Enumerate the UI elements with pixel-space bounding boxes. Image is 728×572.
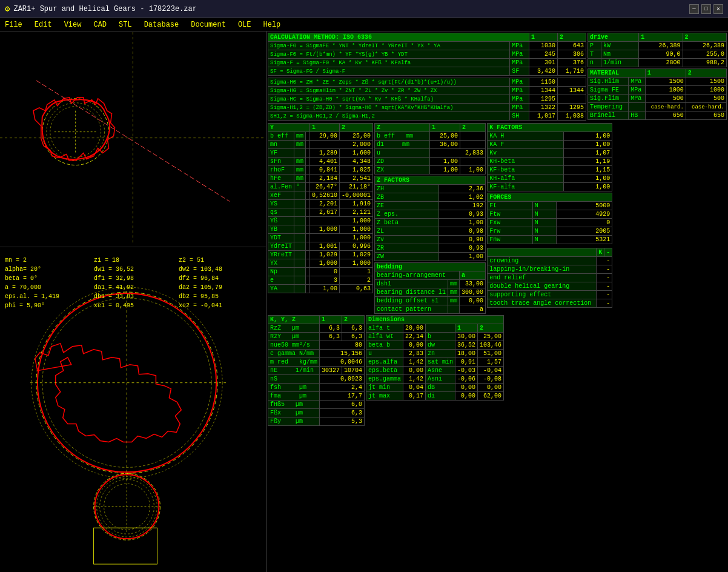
calc-method-header: CALCULATION METHOD: ISO 6336	[268, 33, 529, 42]
close-button[interactable]: ✕	[713, 4, 723, 14]
kyz-table: K, Y, Z 1 2 RzZ µm6,36,3 RzY µm6,36,3 nu…	[268, 315, 365, 426]
title-bar: ⚙ ZAR1+ Spur and Helical Gears - 178223e…	[0, 0, 728, 18]
y-table-section: Y 1 2 b effmm29,0025,00 mnmm2,000 YF1,28…	[268, 123, 373, 314]
minimize-button[interactable]: ─	[689, 4, 699, 14]
param-beta: beta = 0°	[5, 274, 59, 283]
param-z1: z1 = 18	[94, 256, 134, 265]
dimensions-table: Dimensions alfa t 20,00 1 2 alfa wt 22,1…	[366, 315, 504, 401]
param-z2: z2 = 51	[179, 256, 222, 265]
calc-row-3-formula: Sigma-F = Sigma-F0 * KA * Kv * KFß * KFa…	[268, 59, 510, 67]
calc-row-8-formula: Sigma-H1,2 = (ZB,ZD) * Sigma-H0 * sqrt(K…	[268, 104, 510, 112]
param-da2: da2 = 105,79	[179, 283, 222, 292]
param-df1: df1 = 32,98	[94, 274, 134, 283]
param-da1: da1 = 41,92	[94, 283, 134, 292]
bedding-table: bedding bearing-arrangementa dsh1mm33,00…	[374, 262, 486, 314]
middle-row: Y 1 2 b effmm29,0025,00 mnmm2,000 YF1,28…	[266, 122, 728, 314]
k-corrections-section: K- crowning- lapping-in/breaking-in- end…	[487, 248, 612, 308]
material-table: MATERIAL 1 2 Sig.Hlim MPa 1500 1500 Sigm…	[587, 68, 727, 120]
calc-row-1-formula: Sigma-FG = SigmaFE * YNT * YdreIT * YRre…	[268, 42, 510, 50]
calc-row-5-formula: Sigma-H0 = ZH * ZE * Zeps * Zß * sqrt(Ft…	[268, 78, 510, 87]
param-a: a = 70,000	[5, 283, 59, 292]
param-dw2: dw2 = 103,48	[179, 265, 222, 274]
param-eps-al: eps.al. = 1,419	[5, 292, 59, 301]
cad-drawing-panel: mn = 2 alpha= 20° beta = 0° a = 70,000 e…	[0, 32, 266, 572]
kf-section: K FACTORS KA H1,00 KA F1,00 Kv1,07 KH-be…	[487, 123, 612, 314]
param-xe1: xe1 = 0,495	[94, 301, 134, 310]
param-phi: phi = 5,90°	[5, 301, 59, 310]
top-row: CALCULATION METHOD: ISO 6336 1 2 Sigma-F…	[266, 32, 728, 122]
main-content: mn = 2 alpha= 20° beta = 0° a = 70,000 e…	[0, 32, 728, 572]
calc-row-7-formula: Sigma-HC = Sigma-H0 * sqrt(KA * Kv * KHß…	[268, 95, 510, 104]
kyz-section: K, Y, Z 1 2 RzZ µm6,36,3 RzY µm6,36,3 nu…	[268, 315, 365, 426]
menu-bar: File Edit View CAD STL Database Document…	[0, 18, 728, 32]
z-table: Z 1 2 b eff mm25,00 d1 mm36,00 u2,833 ZD…	[374, 123, 486, 175]
menu-help[interactable]: Help	[260, 19, 283, 30]
calc-row-9-formula: SH1,2 = Sigma-HG1,2 / Sigma-H1,2	[268, 112, 510, 121]
menu-edit[interactable]: Edit	[32, 19, 55, 30]
app-icon: ⚙	[5, 4, 10, 14]
kfactors-table: K FACTORS KA H1,00 KA F1,00 Kv1,07 KH-be…	[487, 123, 612, 191]
drive-material-section: drive 1 2 P kW 26,389 26,389 T Nm 90,0	[587, 33, 727, 121]
menu-stl[interactable]: STL	[116, 19, 134, 30]
menu-database[interactable]: Database	[142, 19, 182, 30]
bottom-row: K, Y, Z 1 2 RzZ µm6,36,3 RzY µm6,36,3 nu…	[266, 314, 728, 427]
menu-view[interactable]: View	[62, 19, 84, 30]
dimensions-section: Dimensions alfa t 20,00 1 2 alfa wt 22,1…	[366, 315, 504, 426]
maximize-button[interactable]: □	[701, 4, 711, 14]
calc-row-2-formula: Sigma-F0 = Ft/(b*mn) * YF *YS(g)* YB * Y…	[268, 50, 510, 59]
calculation-table: CALCULATION METHOD: ISO 6336 1 2 Sigma-F…	[268, 33, 586, 121]
gear-params-right: z2 = 51 dw2 = 103,48 df2 = 96,84 da2 = 1…	[179, 256, 222, 310]
drive-table: drive 1 2 P kW 26,389 26,389 T Nm 90,0	[587, 33, 727, 67]
forces-table: FORCES FtN5000 FtwN4929 FxwN0 FrwN2005 F…	[487, 193, 612, 244]
data-panel: CALCULATION METHOD: ISO 6336 1 2 Sigma-F…	[266, 32, 728, 572]
param-mn: mn = 2	[5, 256, 59, 265]
gear-params-mid: z1 = 18 dw1 = 36,52 df1 = 32,98 da1 = 41…	[94, 256, 134, 310]
menu-document[interactable]: Document	[188, 19, 228, 30]
param-db1: db1 = 33,83	[94, 292, 134, 301]
k-corrections-table: K- crowning- lapping-in/breaking-in- end…	[487, 248, 612, 308]
calc-row-4-formula: SF = Sigma-FG / Sigma-F	[268, 67, 510, 76]
zfactors-table: Z FACTORS ZH2,36 ZB1,02 ZE192 Z eps.0,93…	[374, 176, 486, 261]
param-df2: df2 = 96,84	[179, 274, 222, 283]
param-xe2: xe2 = -0,041	[179, 301, 222, 310]
menu-cad[interactable]: CAD	[91, 19, 109, 30]
menu-file[interactable]: File	[2, 19, 25, 30]
window-title: ZAR1+ Spur and Helical Gears - 178223e.z…	[13, 5, 196, 13]
gear-params: mn = 2 alpha= 20° beta = 0° a = 70,000 e…	[5, 256, 59, 310]
param-dw1: dw1 = 36,52	[94, 265, 134, 274]
menu-ole[interactable]: OLE	[236, 19, 254, 30]
param-db2: db2 = 95,85	[179, 292, 222, 301]
y-table: Y 1 2 b effmm29,0025,00 mnmm2,000 YF1,28…	[268, 123, 373, 293]
calc-row-6-formula: Sigma-HG = SigmaHlim * ZNT * ZL * Zv * Z…	[268, 87, 510, 95]
z-section: Z 1 2 b eff mm25,00 d1 mm36,00 u2,833 ZD…	[374, 123, 486, 314]
param-alpha: alpha= 20°	[5, 265, 59, 274]
calculation-section: CALCULATION METHOD: ISO 6336 1 2 Sigma-F…	[268, 33, 586, 121]
